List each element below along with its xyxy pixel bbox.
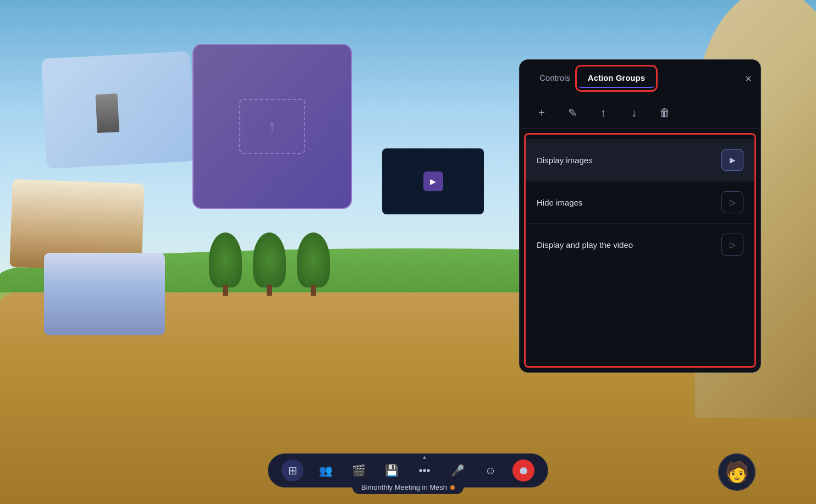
tree-1 [209, 232, 242, 287]
tab-controls[interactable]: Controls [531, 69, 579, 88]
action-item-label-2: Hide images [537, 198, 582, 207]
add-button[interactable]: + [533, 104, 550, 121]
move-up-button[interactable]: ↑ [594, 104, 612, 121]
play-button-1[interactable]: ▶ [721, 149, 743, 171]
emoji-icon: ☺ [485, 464, 496, 477]
action-item-display-images[interactable]: Display images ▶ [526, 139, 754, 181]
photo-panel-3 [44, 253, 165, 335]
photo-panel-1 [41, 51, 195, 169]
play-button-3[interactable]: ▷ [721, 234, 743, 256]
tree-2 [253, 232, 286, 287]
upload-panel: ↑ [192, 44, 352, 209]
upload-area: ↑ [239, 99, 305, 154]
avatar-icon: 🧑 [725, 461, 749, 484]
tree-3 [297, 232, 330, 287]
save-button[interactable]: 💾 [381, 459, 403, 481]
save-icon: 💾 [385, 464, 399, 477]
action-item-display-video[interactable]: Display and play the video ▷ [526, 224, 754, 265]
delete-button[interactable]: 🗑 [656, 104, 674, 121]
action-item-label-3: Display and play the video [537, 240, 633, 250]
record-button[interactable]: ⏺ [512, 459, 534, 481]
chevron-up-icon: ▲ [422, 454, 427, 460]
person-figure-1 [95, 93, 119, 133]
close-button[interactable]: × [745, 73, 752, 84]
camera-button[interactable]: 🎬 [348, 459, 370, 481]
panel-header: Controls Action Groups × [520, 60, 760, 97]
photo-kids-bg [44, 253, 165, 335]
mic-button[interactable]: 🎤 [446, 459, 468, 481]
camera-icon: 🎬 [352, 464, 366, 477]
meeting-title: Bimonthly Meeting in Mesh [361, 483, 447, 491]
move-down-button[interactable]: ↓ [625, 104, 643, 121]
action-item-label-1: Display images [537, 156, 593, 165]
video-play-icon: ▶ [423, 171, 443, 191]
mic-icon: 🎤 [451, 464, 465, 477]
upload-arrow-icon: ↑ [268, 117, 277, 137]
emoji-button[interactable]: ☺ [479, 459, 501, 481]
action-groups-list: Display images ▶ Hide images ▷ Display a… [524, 133, 756, 368]
trees-area [209, 232, 330, 287]
people-button[interactable]: 👥 [315, 459, 337, 481]
record-icon: ⏺ [518, 464, 529, 477]
video-panel: ▶ [382, 148, 484, 214]
orange-dot-indicator [450, 485, 455, 490]
action-toolbar: + ✎ ↑ ↓ 🗑 [520, 97, 760, 129]
tab-action-groups[interactable]: Action Groups [579, 69, 654, 88]
play-button-2[interactable]: ▷ [721, 191, 743, 213]
people-icon: 👥 [319, 464, 333, 477]
more-button[interactable]: ▲ ••• [413, 459, 435, 481]
apps-icon: ⊞ [288, 464, 297, 477]
side-panel: Controls Action Groups × + ✎ ↑ ↓ 🗑 Displ… [519, 59, 761, 373]
photo-man-bg [41, 51, 195, 169]
more-icon: ••• [418, 464, 430, 477]
action-item-hide-images[interactable]: Hide images ▷ [526, 181, 754, 224]
meeting-label: Bimonthly Meeting in Mesh [352, 480, 464, 494]
apps-button[interactable]: ⊞ [282, 459, 304, 481]
edit-button[interactable]: ✎ [564, 104, 581, 121]
avatar-bottom-right[interactable]: 🧑 [718, 453, 756, 491]
